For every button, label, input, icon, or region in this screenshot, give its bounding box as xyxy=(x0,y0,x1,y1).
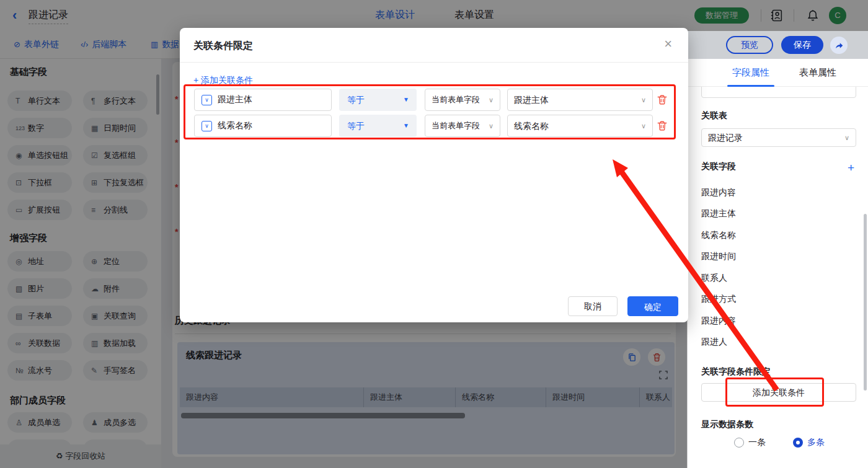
related-table-label: 关联表 xyxy=(701,110,727,121)
active-tab-underline xyxy=(727,85,774,87)
share-button[interactable] xyxy=(830,37,848,54)
share-arrow-icon xyxy=(835,41,844,50)
condition-restriction-modal: 关联条件限定 × + 添加关联条件 ∨ 跟进主体 等于 ▼ 当前表单字段 ∨ 跟… xyxy=(180,28,688,322)
modal-header: 关联条件限定 × xyxy=(180,28,688,63)
cancel-button[interactable]: 取消 xyxy=(568,296,618,316)
panel-tabs: 字段属性 表单属性 xyxy=(688,59,868,87)
related-field-item[interactable]: 联系人 xyxy=(701,273,727,284)
preview-button[interactable]: 预览 xyxy=(726,36,773,54)
panel-scrollbar[interactable] xyxy=(864,214,867,391)
display-count-label: 显示数据条数 xyxy=(701,419,753,430)
related-field-item[interactable]: 跟进主体 xyxy=(701,208,736,219)
radio-selected-icon xyxy=(793,438,803,448)
related-field-item[interactable]: 跟进内容 xyxy=(701,187,736,198)
panel-toolbar: 预览 保存 xyxy=(688,31,868,59)
close-icon[interactable]: × xyxy=(664,37,672,51)
related-fields-label: 关联字段 xyxy=(701,161,736,172)
chevron-down-icon: ∨ xyxy=(844,129,849,146)
radio-option-single[interactable]: 一条 xyxy=(734,437,766,448)
radio-option-multiple[interactable]: 多条 xyxy=(793,437,825,448)
modal-dim-overlay xyxy=(687,0,868,31)
related-field-item[interactable]: 线索名称 xyxy=(701,230,736,241)
related-field-item[interactable]: 跟进时间 xyxy=(701,251,736,262)
related-field-item[interactable]: 跟进内容 xyxy=(701,316,736,327)
related-table-select[interactable]: 跟进记录 ∨ xyxy=(701,128,856,147)
confirm-button[interactable]: 确定 xyxy=(627,296,678,316)
annotation-highlight-add-button xyxy=(725,377,824,407)
related-field-item[interactable]: 跟进方式 xyxy=(701,294,736,305)
radio-icon xyxy=(734,438,744,448)
tab-form-properties[interactable]: 表单属性 xyxy=(793,67,843,79)
form-designer-page: ‹ 跟进记录 表单设计 表单设置 数据管理 C ⊘表单外链 ‹/›后端脚本 ▥数… xyxy=(0,0,868,468)
condition-restriction-label: 关联字段条件限定 xyxy=(701,366,771,377)
add-field-icon[interactable]: + xyxy=(848,162,854,174)
annotation-highlight-conditions xyxy=(184,84,676,139)
save-button[interactable]: 保存 xyxy=(781,36,823,54)
related-field-item[interactable]: 跟进人 xyxy=(701,337,727,348)
modal-title: 关联条件限定 xyxy=(193,40,253,53)
tab-field-properties[interactable]: 字段属性 xyxy=(726,67,776,79)
